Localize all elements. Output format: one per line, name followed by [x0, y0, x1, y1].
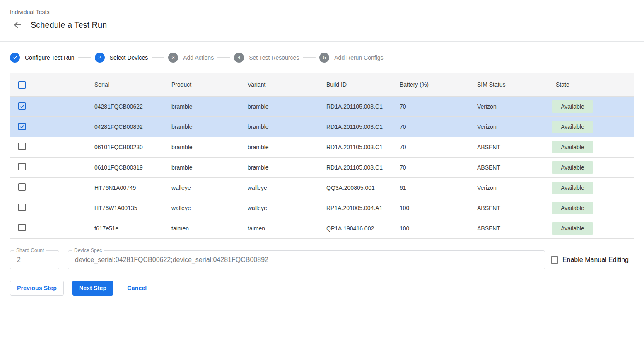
step-check-icon — [10, 53, 20, 63]
step-label: Select Devices — [110, 54, 148, 61]
cell-product: bramble — [163, 96, 239, 116]
cell-build-id: RP1A.201005.004.A1 — [318, 198, 391, 218]
column-header-battery: Battery (%) — [391, 73, 469, 96]
step-label: Add Rerun Configs — [334, 54, 383, 61]
cancel-button[interactable]: Cancel — [121, 281, 153, 296]
cell-serial: 04281FQCB00622 — [86, 96, 163, 116]
column-header-variant: Variant — [239, 73, 318, 96]
cell-battery: 100 — [391, 218, 469, 238]
cell-serial: 04281FQCB00892 — [86, 116, 163, 137]
stepper-connector — [152, 57, 164, 58]
device-row-06101fqcb00230[interactable]: 06101FQCB00230bramblebrambleRD1A.201105.… — [10, 137, 634, 157]
state-badge: Available — [552, 121, 593, 133]
stepper-step-set-test-resources[interactable]: 4Set Test Resources — [234, 53, 299, 63]
stepper-step-select-devices[interactable]: 2Select Devices — [95, 53, 148, 63]
cell-build-id: RD1A.201105.003.C1 — [318, 157, 391, 177]
cell-build-id: RD1A.201105.003.C1 — [318, 137, 391, 157]
cell-serial: HT76W1A00135 — [86, 198, 163, 218]
state-badge: Available — [552, 100, 593, 113]
state-badge: Available — [552, 202, 593, 214]
arrow-left-icon — [12, 20, 22, 30]
cell-product: bramble — [163, 116, 239, 137]
device-spec-label: Device Spec — [72, 247, 104, 253]
state-badge: Available — [552, 161, 593, 174]
row-checkbox[interactable] — [18, 183, 26, 191]
cell-battery: 70 — [391, 137, 469, 157]
cell-variant: bramble — [239, 116, 318, 137]
row-checkbox[interactable] — [18, 143, 26, 150]
stepper-connector — [217, 57, 230, 58]
cell-serial: 06101FQCB00319 — [86, 157, 163, 177]
cell-sim-status: ABSENT — [469, 137, 548, 157]
cell-sim-status: ABSENT — [469, 198, 548, 218]
column-header-product: Product — [163, 73, 239, 96]
stepper-step-add-actions[interactable]: 3Add Actions — [168, 53, 214, 63]
cell-battery: 70 — [391, 116, 469, 137]
indeterminate-dash-icon — [20, 85, 24, 85]
device-spec-input[interactable] — [74, 256, 539, 264]
column-header-serial: Serial — [86, 73, 163, 96]
row-checkbox[interactable] — [18, 224, 26, 231]
cell-build-id: RD1A.201105.003.C1 — [318, 116, 391, 137]
step-label: Add Actions — [183, 54, 214, 61]
cell-serial: f617e51e — [86, 218, 163, 238]
title-row: Schedule a Test Run — [10, 19, 634, 31]
stepper-step-add-rerun-configs[interactable]: 5Add Rerun Configs — [319, 53, 383, 63]
cell-variant: bramble — [239, 96, 318, 116]
next-step-button[interactable]: Next Step — [72, 281, 113, 296]
cell-variant: taimen — [239, 218, 318, 238]
state-badge: Available — [552, 182, 593, 194]
state-badge: Available — [552, 141, 593, 153]
cell-serial: HT76N1A00749 — [86, 177, 163, 198]
step-label: Configure Test Run — [25, 54, 75, 61]
page-title: Schedule a Test Run — [31, 20, 107, 30]
shard-count-input[interactable] — [16, 256, 53, 264]
stepper-connector — [303, 57, 316, 58]
cell-sim-status: ABSENT — [469, 218, 548, 238]
cell-product: taimen — [163, 218, 239, 238]
breadcrumb: Individual Tests — [10, 8, 634, 16]
cell-build-id: RD1A.201105.003.C1 — [318, 96, 391, 116]
device-table: SerialProductVariantBuild IDBattery (%)S… — [10, 73, 634, 239]
row-checkbox[interactable] — [18, 123, 26, 130]
shard-count-field[interactable]: Shard Count — [10, 250, 59, 269]
cell-variant: walleye — [239, 198, 318, 218]
previous-step-button[interactable]: Previous Step — [10, 281, 64, 296]
device-row-04281fqcb00892[interactable]: 04281FQCB00892bramblebrambleRD1A.201105.… — [10, 116, 634, 137]
stepper-connector — [78, 57, 91, 58]
cell-product: bramble — [163, 137, 239, 157]
state-badge: Available — [552, 222, 593, 235]
cell-sim-status: ABSENT — [469, 157, 548, 177]
enable-manual-editing-checkbox[interactable] — [551, 256, 558, 264]
cell-product: walleye — [163, 198, 239, 218]
cell-product: bramble — [163, 157, 239, 177]
step-number-badge: 5 — [319, 53, 329, 63]
device-row-ht76w1a00135[interactable]: HT76W1A00135walleyewalleyeRP1A.201005.00… — [10, 198, 634, 218]
device-spec-field[interactable]: Device Spec — [68, 250, 545, 269]
step-number-badge: 2 — [95, 53, 105, 63]
row-checkbox[interactable] — [18, 163, 26, 170]
row-checkbox[interactable] — [18, 102, 26, 110]
column-header-state: State — [548, 73, 634, 96]
shard-count-label: Shard Count — [14, 247, 46, 253]
device-row-06101fqcb00319[interactable]: 06101FQCB00319bramblebrambleRD1A.201105.… — [10, 157, 634, 177]
cell-battery: 70 — [391, 96, 469, 116]
cell-product: walleye — [163, 177, 239, 198]
row-checkbox[interactable] — [18, 204, 26, 211]
page-header: Individual Tests Schedule a Test Run — [0, 0, 644, 41]
cell-battery: 100 — [391, 198, 469, 218]
device-row-ht76n1a00749[interactable]: HT76N1A00749walleyewalleyeQQ3A.200805.00… — [10, 177, 634, 198]
cell-variant: bramble — [239, 137, 318, 157]
action-buttons: Previous Step Next Step Cancel — [10, 281, 634, 296]
step-label: Set Test Resources — [249, 54, 299, 61]
step-number-badge: 3 — [168, 53, 178, 63]
cell-build-id: QQ3A.200805.001 — [318, 177, 391, 198]
cell-variant: bramble — [239, 157, 318, 177]
enable-manual-editing-toggle[interactable]: Enable Manual Editing — [551, 256, 629, 264]
device-row-04281fqcb00622[interactable]: 04281FQCB00622bramblebrambleRD1A.201105.… — [10, 96, 634, 116]
stepper: Configure Test Run2Select Devices3Add Ac… — [0, 42, 644, 73]
device-row-f617e51e[interactable]: f617e51etaimentaimenQP1A.190416.002100AB… — [10, 218, 634, 238]
select-all-checkbox[interactable] — [18, 81, 26, 89]
stepper-step-configure-test-run[interactable]: Configure Test Run — [10, 53, 75, 63]
back-button[interactable] — [12, 19, 23, 31]
